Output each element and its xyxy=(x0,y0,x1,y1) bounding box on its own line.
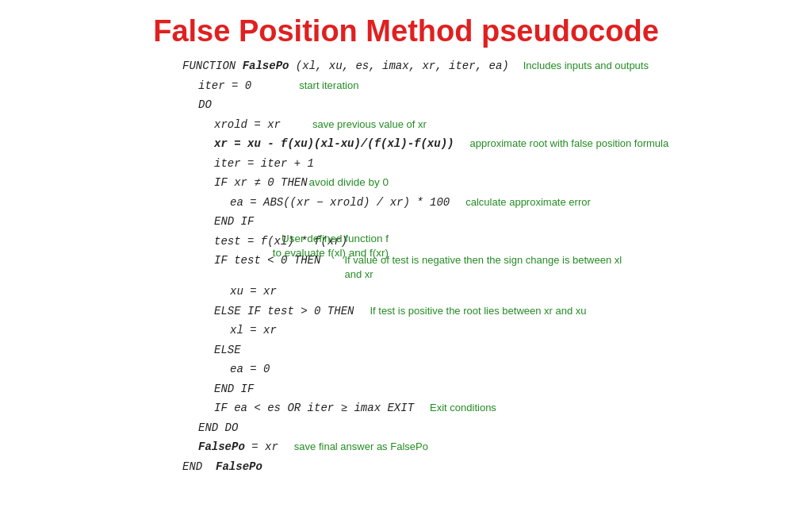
code-else: ELSE xyxy=(214,340,241,360)
code-xrold: xrold = xr xyxy=(214,115,281,135)
code-end-falsepo: END FalsePo xyxy=(182,457,262,477)
title: False Position Method pseudocode xyxy=(0,0,812,56)
comment-iter-init: start iteration xyxy=(299,77,358,95)
code-ea-calc: ea = ABS((xr − xrold) / xr) * 100 xyxy=(230,193,450,213)
code-xu-xr: xu = xr xyxy=(230,282,277,302)
code-ea-zero: ea = 0 xyxy=(230,360,270,379)
code-xr-formula: xr = xu - f(xu)(xl-xu)/(f(xl)-f(xu)) xyxy=(214,134,454,154)
comment-falsepo-result: save final answer as FalsePo xyxy=(294,438,428,456)
comment-includes: Includes inputs and outputs xyxy=(523,57,649,75)
code-if-test-lt: IF test < 0 THEN xyxy=(214,251,320,271)
comment-else-if-test-gt: If test is positive the root lies betwee… xyxy=(370,302,586,321)
code-exit-cond: IF ea < es OR iter ≥ imax EXIT xyxy=(214,398,414,418)
code-end-if-2: END IF xyxy=(214,379,254,399)
code-function: FUNCTION FalsePo (xl, xu, es, imax, xr, … xyxy=(182,56,509,76)
code-else-if-test-gt: ELSE IF test > 0 THEN xyxy=(214,302,354,321)
annotation-avoid-divide: avoid divide by 0 xyxy=(214,173,389,192)
code-iter-inc: iter = iter + 1 xyxy=(214,154,314,174)
code-end-do: END DO xyxy=(198,418,238,438)
code-falsepo-result: FalsePo = xr xyxy=(198,437,278,457)
comment-ea-calc: calculate approximate error xyxy=(465,194,591,212)
comment-if-test-lt: If value of test is negative then the si… xyxy=(344,253,622,282)
code-iter-init: iter = 0 xyxy=(198,76,251,96)
code-xl-xr: xl = xr xyxy=(230,321,277,340)
code-end-if-1: END IF xyxy=(214,212,254,232)
comment-xrold: save previous value of xr xyxy=(312,116,427,134)
comment-xr-formula: approximate root with false position for… xyxy=(469,135,668,153)
comment-exit-cond: Exit conditions xyxy=(430,399,496,417)
code-do: DO xyxy=(198,95,212,115)
